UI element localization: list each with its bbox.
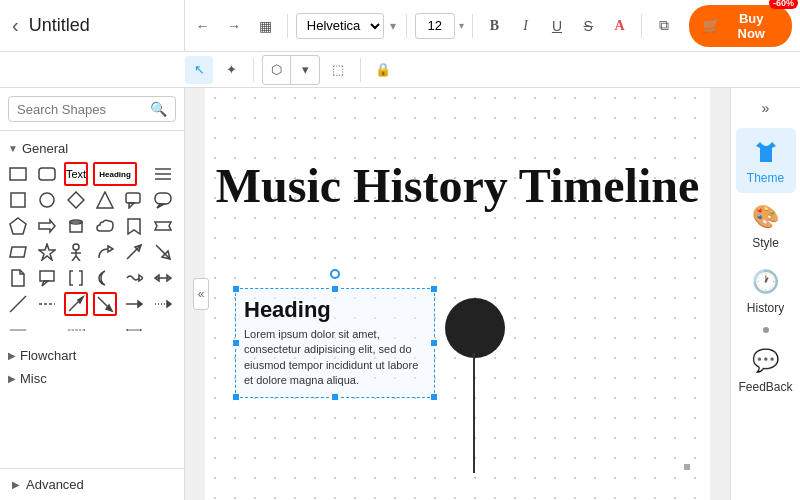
svg-line-36 <box>10 296 26 312</box>
shape-crescent[interactable] <box>93 266 117 290</box>
shape-line-selected1[interactable] <box>64 292 88 316</box>
section-general-header[interactable]: ▼ General <box>0 137 184 160</box>
history-label: History <box>747 301 784 315</box>
shape-triangle[interactable] <box>93 188 117 212</box>
underline-button[interactable]: U <box>543 12 570 40</box>
handle-top-left[interactable] <box>232 285 240 293</box>
toolbar-row2: ↖ ✦ ⬡ ▾ ⬚ 🔒 <box>0 52 800 88</box>
connector-button[interactable]: ⬡ <box>263 56 291 84</box>
shape-rounded-rect[interactable] <box>35 162 59 186</box>
shape-double-arrow[interactable] <box>151 266 175 290</box>
selected-text-box[interactable]: Heading Lorem ipsum dolor sit amet, cons… <box>235 288 435 398</box>
shape-diamond[interactable] <box>64 188 88 212</box>
handle-bot-right[interactable] <box>430 393 438 401</box>
svg-marker-45 <box>167 301 171 307</box>
shape-document[interactable] <box>6 266 30 290</box>
shape-star[interactable] <box>35 240 59 264</box>
shape-speech[interactable] <box>151 188 175 212</box>
handle-mid-right[interactable] <box>430 339 438 347</box>
font-size-input[interactable] <box>415 13 455 39</box>
shape-rectangle[interactable] <box>6 162 30 186</box>
shape-callout[interactable] <box>122 188 146 212</box>
circle-shape[interactable] <box>445 298 505 358</box>
canvas-title[interactable]: Music History Timeline <box>216 158 700 213</box>
vertical-line[interactable] <box>473 353 475 473</box>
right-panel-theme[interactable]: Theme <box>736 128 796 193</box>
shape-pentagon[interactable] <box>6 214 30 238</box>
buy-now-button[interactable]: 🛒 Buy Now -60% <box>689 5 792 47</box>
handle-top-right[interactable] <box>430 285 438 293</box>
svg-rect-0 <box>10 168 26 180</box>
lock-button[interactable]: 🔒 <box>369 56 397 84</box>
shape-person[interactable] <box>64 240 88 264</box>
text-box-heading[interactable]: Heading <box>244 297 426 323</box>
shape-line2[interactable] <box>35 292 59 316</box>
shape-line4[interactable] <box>151 292 175 316</box>
hand-tool-button[interactable]: ✦ <box>217 56 245 84</box>
shape-arrow-diagonal2[interactable] <box>151 240 175 264</box>
feedback-label: FeedBack <box>738 380 792 394</box>
back-button[interactable]: ‹ <box>8 12 23 39</box>
shape-bracket[interactable] <box>64 266 88 290</box>
canvas[interactable]: « Music History Timeline Heading Lorem i… <box>205 88 710 500</box>
connector-arrow-button[interactable]: ▾ <box>291 56 319 84</box>
shape-arrow-right[interactable] <box>35 214 59 238</box>
shape-banner[interactable] <box>151 214 175 238</box>
shape-heading[interactable]: Heading <box>93 162 137 186</box>
shape-line1[interactable] <box>6 292 30 316</box>
pointer-tool-button[interactable]: ↖ <box>185 56 213 84</box>
search-container[interactable]: 🔍 <box>8 96 176 122</box>
handle-bot-mid[interactable] <box>331 393 339 401</box>
shape-wave-arrow[interactable] <box>122 266 146 290</box>
toolbar-row1: ‹ Untitled ← → ▦ Helvetica ▾ ▾ B I U S A… <box>0 0 800 52</box>
section-flowchart-header[interactable]: ▶ Flowchart <box>0 344 184 367</box>
right-panel-style[interactable]: 🎨 Style <box>736 193 796 258</box>
link-button[interactable]: ⧉ <box>650 12 677 40</box>
right-panel-feedback[interactable]: 💬 FeedBack <box>736 337 796 402</box>
shape-arrow-diagonal[interactable] <box>122 240 146 264</box>
bold-button[interactable]: B <box>481 12 508 40</box>
shape-circle[interactable] <box>35 188 59 212</box>
shape-callout2[interactable] <box>35 266 59 290</box>
panel-divider-dot <box>763 327 769 333</box>
collapse-sidebar-button[interactable]: « <box>193 278 209 310</box>
shape-parallelogram[interactable] <box>6 240 30 264</box>
shape-lines[interactable] <box>151 162 175 186</box>
font-color-button[interactable]: A <box>606 12 633 40</box>
shape-cloud[interactable] <box>93 214 117 238</box>
shape-line3[interactable] <box>122 292 146 316</box>
toolbar-separator-1 <box>287 14 288 38</box>
shape-line-solid[interactable] <box>6 318 30 342</box>
italic-button[interactable]: I <box>512 12 539 40</box>
handle-mid-left[interactable] <box>232 339 240 347</box>
search-input[interactable] <box>17 102 144 117</box>
section-advanced-header[interactable]: ▶ Advanced <box>0 469 184 500</box>
canvas-area[interactable]: « Music History Timeline Heading Lorem i… <box>185 88 730 500</box>
discount-badge: -60% <box>769 0 798 9</box>
strikethrough-button[interactable]: S <box>575 12 602 40</box>
shape-line-double-arrow[interactable] <box>122 318 146 342</box>
text-box-body[interactable]: Lorem ipsum dolor sit amet, consectetur … <box>244 327 426 389</box>
frame-button[interactable]: ⬚ <box>324 56 352 84</box>
handle-bot-left[interactable] <box>232 393 240 401</box>
handle-top-mid[interactable] <box>331 285 339 293</box>
svg-marker-31 <box>42 281 48 286</box>
rotate-handle[interactable] <box>330 269 340 279</box>
right-expand-button[interactable]: » <box>746 96 786 120</box>
shape-square[interactable] <box>6 188 30 212</box>
shape-arrow-curved[interactable] <box>93 240 117 264</box>
feedback-icon: 💬 <box>750 345 782 377</box>
shape-line-dash[interactable] <box>64 318 88 342</box>
shape-bookmark[interactable] <box>122 214 146 238</box>
section-misc-header[interactable]: ▶ Misc <box>0 367 184 390</box>
shape-text[interactable]: Text <box>64 162 88 186</box>
svg-rect-1 <box>39 168 55 180</box>
undo-button[interactable]: ← <box>189 12 216 40</box>
redo-button[interactable]: → <box>220 12 247 40</box>
cart-icon: 🛒 <box>703 18 719 33</box>
font-family-select[interactable]: Helvetica <box>296 13 384 39</box>
arrange-button[interactable]: ▦ <box>252 12 279 40</box>
shape-line-selected2[interactable] <box>93 292 117 316</box>
right-panel-history[interactable]: 🕐 History <box>736 258 796 323</box>
shape-cylinder[interactable] <box>64 214 88 238</box>
